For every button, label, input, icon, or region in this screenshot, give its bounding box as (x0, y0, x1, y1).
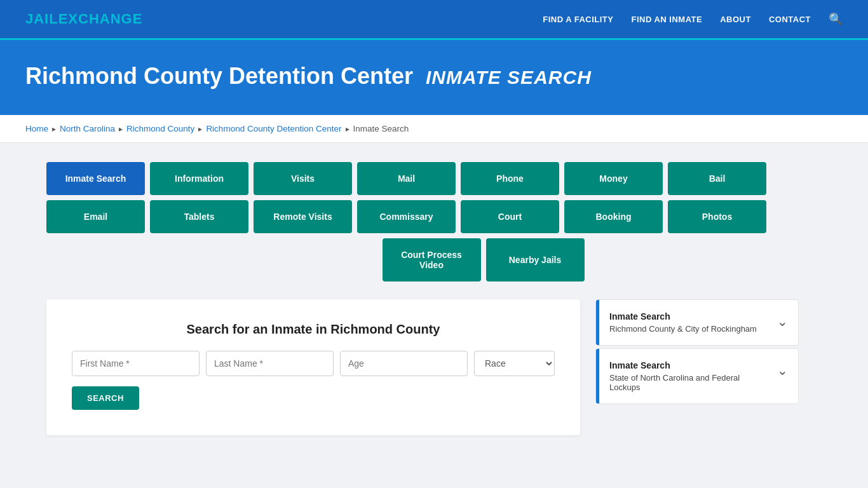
btn-email[interactable]: Email (46, 200, 145, 233)
btn-visits[interactable]: Visits (254, 162, 352, 195)
sidebar-card-1-title: Inmate Search (609, 311, 771, 322)
breadcrumb-home[interactable]: Home (25, 124, 48, 133)
last-name-input[interactable] (206, 351, 334, 376)
nav-buttons-section: Inmate Search Information Visits Mail Ph… (46, 162, 822, 281)
sidebar-card-1: Inmate Search Richmond County & City of … (595, 299, 799, 346)
chevron-down-icon-2: ⌄ (777, 363, 788, 378)
search-panel: Search for an Inmate in Richmond County … (46, 299, 580, 435)
sidebar-card-2-title-block: Inmate Search State of North Carolina an… (609, 360, 771, 392)
breadcrumb-nc[interactable]: North Carolina (60, 124, 115, 133)
nav-row-2: Email Tablets Remote Visits Commissary C… (46, 200, 822, 233)
btn-inmate-search[interactable]: Inmate Search (46, 162, 145, 195)
hero-section: Richmond County Detention Center INMATE … (0, 40, 868, 115)
breadcrumb: Home ▸ North Carolina ▸ Richmond County … (0, 115, 868, 143)
breadcrumb-facility[interactable]: Richmond County Detention Center (206, 124, 341, 133)
nav-contact[interactable]: CONTACT (769, 15, 811, 24)
sidebar-card-2: Inmate Search State of North Carolina an… (595, 348, 799, 404)
chevron-down-icon-1: ⌄ (777, 314, 788, 329)
sidebar-card-2-title: Inmate Search (609, 360, 771, 370)
age-input[interactable] (340, 351, 468, 376)
breadcrumb-sep2: ▸ (119, 125, 123, 133)
nav-about[interactable]: ABOUT (720, 15, 751, 24)
btn-court-process-video[interactable]: Court Process Video (383, 238, 481, 281)
search-form-row: Race White Black Hispanic Asian Other (72, 351, 555, 376)
btn-tablets[interactable]: Tablets (150, 200, 248, 233)
sidebar-panels: Inmate Search Richmond County & City of … (595, 299, 799, 407)
breadcrumb-current: Inmate Search (353, 124, 409, 133)
content-columns: Search for an Inmate in Richmond County … (46, 299, 822, 435)
breadcrumb-sep3: ▸ (198, 125, 202, 133)
search-title: Search for an Inmate in Richmond County (72, 322, 555, 337)
breadcrumb-sep4: ▸ (346, 125, 349, 133)
nav-find-facility[interactable]: FIND A FACILITY (543, 15, 613, 24)
btn-remote-visits[interactable]: Remote Visits (254, 200, 352, 233)
nav-row-3: Court Process Video Nearby Jails (145, 238, 822, 281)
btn-bail[interactable]: Bail (668, 162, 766, 195)
brand-logo[interactable]: JAILEXCHANGE (25, 11, 142, 27)
nav-links: FIND A FACILITY FIND AN INMATE ABOUT CON… (543, 12, 843, 26)
btn-phone[interactable]: Phone (461, 162, 559, 195)
btn-money[interactable]: Money (564, 162, 663, 195)
btn-commissary[interactable]: Commissary (357, 200, 456, 233)
nav-find-inmate[interactable]: FIND AN INMATE (631, 15, 702, 24)
breadcrumb-richmond[interactable]: Richmond County (126, 124, 194, 133)
sidebar-card-1-title-block: Inmate Search Richmond County & City of … (609, 311, 771, 334)
hero-title: Richmond County Detention Center INMATE … (25, 63, 843, 90)
navbar: JAILEXCHANGE FIND A FACILITY FIND AN INM… (0, 0, 868, 38)
first-name-input[interactable] (72, 351, 200, 376)
sidebar-card-1-header[interactable]: Inmate Search Richmond County & City of … (596, 300, 798, 345)
btn-court[interactable]: Court (461, 200, 559, 233)
sidebar-card-2-header[interactable]: Inmate Search State of North Carolina an… (596, 349, 798, 403)
search-button[interactable]: SEARCH (72, 386, 139, 410)
btn-booking[interactable]: Booking (564, 200, 663, 233)
hero-subtitle-text: INMATE SEARCH (426, 67, 592, 88)
breadcrumb-sep1: ▸ (52, 125, 56, 133)
brand-part1: JAIL (25, 11, 58, 27)
btn-photos[interactable]: Photos (668, 200, 766, 233)
hero-title-text: Richmond County Detention Center (25, 63, 413, 89)
btn-nearby-jails[interactable]: Nearby Jails (486, 238, 585, 281)
sidebar-card-2-subtitle: State of North Carolina and Federal Lock… (609, 373, 771, 392)
main-content: Inmate Search Information Visits Mail Ph… (21, 143, 847, 454)
nav-row-1: Inmate Search Information Visits Mail Ph… (46, 162, 822, 195)
btn-mail[interactable]: Mail (357, 162, 456, 195)
btn-information[interactable]: Information (150, 162, 248, 195)
brand-accent: EXCHANGE (58, 11, 143, 27)
sidebar-card-1-subtitle: Richmond County & City of Rockingham (609, 324, 771, 334)
race-select[interactable]: Race White Black Hispanic Asian Other (474, 351, 555, 376)
search-icon[interactable]: 🔍 (829, 12, 843, 26)
